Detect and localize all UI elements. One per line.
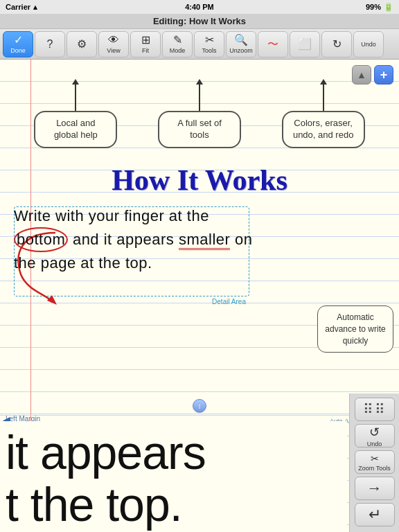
done-check-icon: ✓ xyxy=(14,35,23,46)
bottom-large-text-2: t the top. xyxy=(6,479,342,531)
eraser-button[interactable]: ⬜ xyxy=(290,31,320,57)
unzoom-button[interactable]: 🔍 Unzoom xyxy=(226,31,256,57)
settings-button[interactable]: ⚙ xyxy=(66,31,97,57)
arrow-right-icon: → xyxy=(367,479,382,497)
grid-button[interactable]: ⠿⠿ xyxy=(355,398,395,421)
status-bar: Carrier ▴ 4:40 PM 99% 🔋 xyxy=(0,0,399,14)
auto-advance-text: Automatic advance to write quickly xyxy=(325,312,385,346)
hw-line3: the page at the top. xyxy=(14,252,330,274)
tools-button[interactable]: ✂ Tools xyxy=(194,31,224,57)
arrow-return-icon: ↵ xyxy=(369,506,381,524)
rp-undo-button[interactable]: ↺ Undo xyxy=(355,424,395,447)
eraser-icon: ⬜ xyxy=(298,39,312,50)
bottom-large-text-1: it appears xyxy=(6,427,342,479)
hw-and-appears: and it appears xyxy=(73,231,179,248)
status-time: 4:40 PM xyxy=(185,3,214,11)
detail-area-label: Detail Area xyxy=(212,298,246,305)
scroll-dot-icon: ↕ xyxy=(198,402,202,410)
auto-advance-bubble: Automatic advance to write quickly xyxy=(317,305,393,353)
hw-line1: Write with your finger at the xyxy=(14,205,330,227)
mode-icon: ✎ xyxy=(173,35,182,46)
tools-label: Tools xyxy=(202,47,216,54)
bottom-text-area: it appears t the top. xyxy=(0,421,347,532)
unzoom-label: Unzoom xyxy=(229,47,253,54)
undo-icon-rp: ↺ xyxy=(369,425,380,440)
fit-button[interactable]: ⊞ Fit xyxy=(130,31,161,57)
callout-bubble-help: Local and global help xyxy=(34,111,117,148)
main-content: ▲ + Local and global help A full set of … xyxy=(0,60,399,532)
callout-area: Local and global help A full set of tool… xyxy=(0,65,399,148)
fit-icon: ⊞ xyxy=(141,35,150,46)
status-right: 99% 🔋 xyxy=(366,3,393,12)
divider-line xyxy=(0,415,399,416)
mode-button[interactable]: ✎ Mode xyxy=(162,31,193,57)
status-left: Carrier ▴ xyxy=(6,3,37,12)
page-title: How It Works xyxy=(0,163,399,197)
zoom-tools-label: Zoom Tools xyxy=(358,465,390,472)
wave-button[interactable]: 〜 xyxy=(258,31,288,57)
redo-icon: ↻ xyxy=(332,39,342,50)
callout-colors: Colors, eraser, undo, and redo xyxy=(282,83,365,148)
unzoom-icon: 🔍 xyxy=(234,35,248,46)
help-icon: ? xyxy=(47,39,53,50)
undo-button[interactable]: Undo xyxy=(353,31,384,57)
tools-icon: ✂ xyxy=(205,35,214,46)
callout-arrow-1 xyxy=(75,83,76,111)
fit-label: Fit xyxy=(142,47,149,54)
callout-bubble-tools: A full set of tools xyxy=(158,111,241,148)
callout-arrow-3 xyxy=(323,83,324,111)
view-label: View xyxy=(107,47,120,54)
redo-button[interactable]: ↻ xyxy=(321,31,352,57)
grid-dots-icon: ⠿⠿ xyxy=(363,401,387,418)
battery-icon: 🔋 xyxy=(384,3,393,12)
right-panel: ⠿⠿ ↺ Undo ✂ Zoom Tools → ↵ xyxy=(349,393,399,532)
undo-label: Undo xyxy=(361,41,376,48)
battery-label: 99% xyxy=(366,3,381,11)
callout-bubble-colors: Colors, eraser, undo, and redo xyxy=(282,111,365,148)
wifi-icon: ▴ xyxy=(33,3,37,12)
title-bar: Editing: How It Works xyxy=(0,14,399,29)
callout-help: Local and global help xyxy=(34,83,117,148)
done-button[interactable]: ✓ Done xyxy=(3,31,33,57)
title-bar-text: Editing: How It Works xyxy=(153,16,246,26)
callout-arrow-2 xyxy=(199,83,200,111)
carrier-label: Carrier xyxy=(6,3,30,11)
arrow-right-button[interactable]: → xyxy=(355,477,395,500)
eye-icon: 👁 xyxy=(108,35,119,46)
handwritten-text-area: Write with your finger at the bottom and… xyxy=(14,205,330,274)
toolbar: ✓ Done ? ⚙ 👁 View ⊞ Fit ✎ Mode ✂ Tools 🔍… xyxy=(0,29,399,60)
mode-label: Mode xyxy=(170,47,186,54)
zoom-tools-icon: ✂ xyxy=(371,453,379,464)
gear-icon: ⚙ xyxy=(77,39,87,50)
zoom-tools-button[interactable]: ✂ Zoom Tools xyxy=(355,450,395,474)
hw-smaller-underlined: smaller xyxy=(179,231,230,250)
hw-on: on xyxy=(235,231,252,248)
arrow-return-button[interactable]: ↵ xyxy=(355,503,395,526)
done-label: Done xyxy=(10,47,26,54)
svg-marker-0 xyxy=(47,295,57,305)
help-button[interactable]: ? xyxy=(35,31,65,57)
wave-icon: 〜 xyxy=(267,39,278,50)
scroll-dot[interactable]: ↕ xyxy=(193,399,206,413)
callout-tools: A full set of tools xyxy=(158,83,241,148)
hw-circled-word: bottom xyxy=(14,227,68,252)
view-button[interactable]: 👁 View xyxy=(98,31,129,57)
rp-undo-label: Undo xyxy=(367,441,382,447)
hw-line2: bottom and it appears smaller on xyxy=(14,227,330,252)
